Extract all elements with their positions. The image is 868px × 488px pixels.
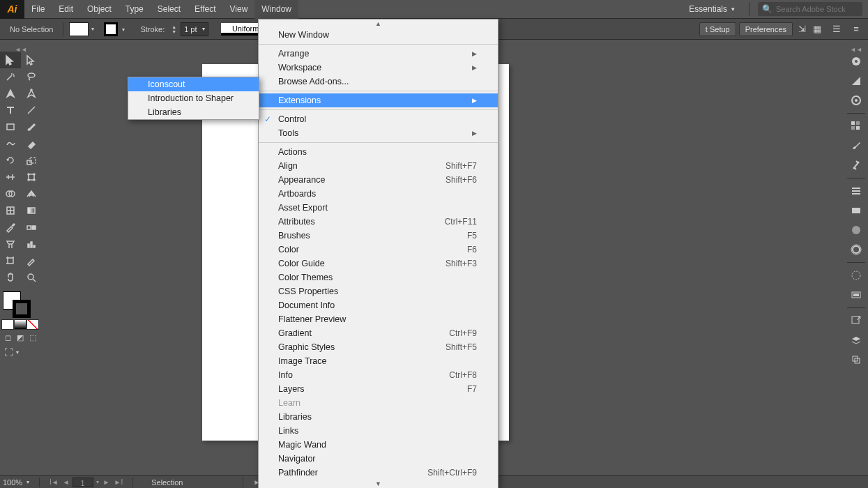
rectangle-tool[interactable] bbox=[0, 119, 21, 135]
blend-tool[interactable] bbox=[21, 219, 42, 236]
color-mode-none[interactable] bbox=[26, 319, 39, 330]
menu-item-align[interactable]: AlignShift+F7 bbox=[259, 159, 498, 173]
menu-item-artboards[interactable]: Artboards bbox=[259, 187, 498, 201]
menu-object[interactable]: Object bbox=[80, 0, 119, 19]
line-tool[interactable] bbox=[21, 102, 42, 119]
transparency-panel-icon[interactable] bbox=[844, 220, 868, 240]
type-tool[interactable] bbox=[0, 102, 21, 119]
menu-item-info[interactable]: InfoCtrl+F8 bbox=[259, 368, 498, 382]
menu-item-attributes[interactable]: AttributesCtrl+F11 bbox=[259, 215, 498, 229]
shape-builder-tool[interactable] bbox=[0, 185, 21, 202]
search-box[interactable]: 🔍 bbox=[758, 2, 862, 16]
lasso-tool[interactable] bbox=[21, 68, 42, 85]
menu-type[interactable]: Type bbox=[119, 0, 151, 19]
color-panel-icon[interactable] bbox=[844, 52, 868, 71]
menu-item-pathfinder[interactable]: PathfinderShift+Ctrl+F9 bbox=[259, 466, 498, 480]
menu-item-actions[interactable]: Actions bbox=[259, 145, 498, 159]
zoom-level[interactable]: 100%▾ bbox=[0, 478, 35, 487]
search-input[interactable] bbox=[776, 5, 858, 13]
free-transform-tool[interactable] bbox=[21, 169, 42, 185]
menu-item-brushes[interactable]: BrushesF5 bbox=[259, 229, 498, 243]
workspace-switcher[interactable]: Essentials ▾ bbox=[683, 4, 740, 14]
grid-icon[interactable]: ▦ bbox=[811, 23, 823, 36]
draw-behind-icon[interactable]: ◩ bbox=[14, 333, 26, 343]
stroke-weight-input[interactable]: 1 pt▾ bbox=[181, 22, 208, 36]
menu-item-navigator[interactable]: Navigator bbox=[259, 452, 498, 466]
menu-scroll-up-icon[interactable]: ▲ bbox=[259, 20, 498, 28]
graphic-styles-panel-icon[interactable] bbox=[844, 285, 868, 305]
perspective-grid-tool[interactable] bbox=[21, 185, 42, 202]
menu-item-arrange[interactable]: Arrange▶ bbox=[259, 47, 498, 61]
align-icon[interactable]: ⇲ bbox=[795, 23, 808, 36]
cc-libraries-panel-icon[interactable] bbox=[844, 240, 868, 259]
column-graph-tool[interactable] bbox=[21, 236, 42, 252]
direct-selection-tool[interactable] bbox=[21, 52, 42, 68]
paintbrush-tool[interactable] bbox=[21, 119, 42, 135]
shaper-tool[interactable] bbox=[0, 135, 21, 152]
screen-mode-icon[interactable]: ⛶ bbox=[4, 347, 13, 358]
stroke-panel-icon[interactable] bbox=[844, 181, 868, 201]
menu-item-libraries[interactable]: Libraries bbox=[259, 410, 498, 424]
menu-item-document-info[interactable]: Document Info bbox=[259, 298, 498, 312]
menu-item-tools[interactable]: Tools▶ bbox=[259, 126, 498, 140]
fill-swatch[interactable]: ▾ bbox=[69, 22, 89, 36]
eraser-tool[interactable] bbox=[21, 135, 42, 152]
menu-item-graphic-styles[interactable]: Graphic StylesShift+F5 bbox=[259, 340, 498, 354]
menu-item-new-window[interactable]: New Window bbox=[259, 28, 498, 42]
swatches-panel-icon[interactable] bbox=[844, 116, 868, 136]
menu-edit[interactable]: Edit bbox=[52, 0, 80, 19]
zoom-tool[interactable] bbox=[21, 269, 42, 286]
stroke-swatch[interactable] bbox=[104, 22, 118, 36]
selection-tool[interactable] bbox=[0, 52, 21, 68]
ext-item-iconscout[interactable]: Iconscout bbox=[128, 77, 259, 91]
draw-inside-icon[interactable]: ⬚ bbox=[26, 333, 39, 343]
menu-item-magic-wand[interactable]: Magic Wand bbox=[259, 438, 498, 452]
pen-tool[interactable] bbox=[0, 85, 21, 102]
rotate-tool[interactable] bbox=[0, 152, 21, 169]
gradient-tool[interactable] bbox=[21, 202, 42, 219]
menu-item-appearance[interactable]: AppearanceShift+F6 bbox=[259, 173, 498, 187]
menu-window[interactable]: Window bbox=[254, 0, 298, 19]
list-icon[interactable]: ☰ bbox=[830, 23, 843, 36]
curvature-tool[interactable] bbox=[21, 85, 42, 102]
hand-tool[interactable] bbox=[0, 269, 21, 286]
menu-item-color-themes[interactable]: Color Themes bbox=[259, 270, 498, 284]
collapse-tools-icon[interactable]: ◄◄ bbox=[0, 46, 42, 52]
menu-item-layers[interactable]: LayersF7 bbox=[259, 382, 498, 396]
menu-file[interactable]: File bbox=[24, 0, 52, 19]
menu-item-flattener-preview[interactable]: Flattener Preview bbox=[259, 312, 498, 326]
scale-tool[interactable] bbox=[21, 152, 42, 169]
menu-item-browse-addons[interactable]: Browse Add-ons... bbox=[259, 75, 498, 89]
menu-select[interactable]: Select bbox=[151, 0, 188, 19]
draw-normal-icon[interactable]: ◻ bbox=[1, 333, 14, 343]
nav-next-icon[interactable]: ► bbox=[102, 478, 112, 486]
symbols-panel-icon[interactable] bbox=[844, 155, 868, 175]
menu-item-image-trace[interactable]: Image Trace bbox=[259, 354, 498, 368]
magic-wand-tool[interactable] bbox=[0, 68, 21, 85]
color-mode-solid[interactable] bbox=[1, 319, 14, 330]
menu-icon[interactable]: ≡ bbox=[850, 23, 862, 36]
menu-item-links[interactable]: Links bbox=[259, 424, 498, 438]
gradient-panel-icon[interactable] bbox=[844, 201, 868, 220]
menu-item-asset-export[interactable]: Asset Export bbox=[259, 201, 498, 215]
nav-first-icon[interactable]: I◄ bbox=[48, 478, 60, 486]
symbol-sprayer-tool[interactable] bbox=[0, 236, 21, 252]
menu-item-control[interactable]: ✓Control bbox=[259, 112, 498, 126]
layers-panel-icon[interactable] bbox=[844, 330, 868, 350]
menu-effect[interactable]: Effect bbox=[188, 0, 222, 19]
artboards-panel-icon[interactable] bbox=[844, 350, 868, 369]
ext-item-introduction-to-shaper[interactable]: Introduction to Shaper bbox=[128, 91, 259, 105]
asset-export-panel-icon[interactable] bbox=[844, 311, 868, 330]
menu-scroll-down-icon[interactable]: ▼ bbox=[259, 480, 498, 488]
menu-item-workspace[interactable]: Workspace▶ bbox=[259, 61, 498, 75]
brushes-panel-icon[interactable] bbox=[844, 136, 868, 155]
fill-stroke-swatches[interactable] bbox=[0, 291, 42, 318]
document-setup-button[interactable]: t Setup bbox=[699, 22, 736, 36]
eyedropper-tool[interactable] bbox=[0, 219, 21, 236]
ext-item-libraries[interactable]: Libraries bbox=[128, 105, 259, 119]
stroke-weight-spinner[interactable]: ▲▼ bbox=[172, 22, 176, 36]
properties-panel-icon[interactable] bbox=[844, 91, 868, 110]
nav-prev-icon[interactable]: ◄ bbox=[61, 478, 71, 486]
color-mode-gradient[interactable] bbox=[14, 319, 26, 330]
color-guide-panel-icon[interactable] bbox=[844, 71, 868, 91]
